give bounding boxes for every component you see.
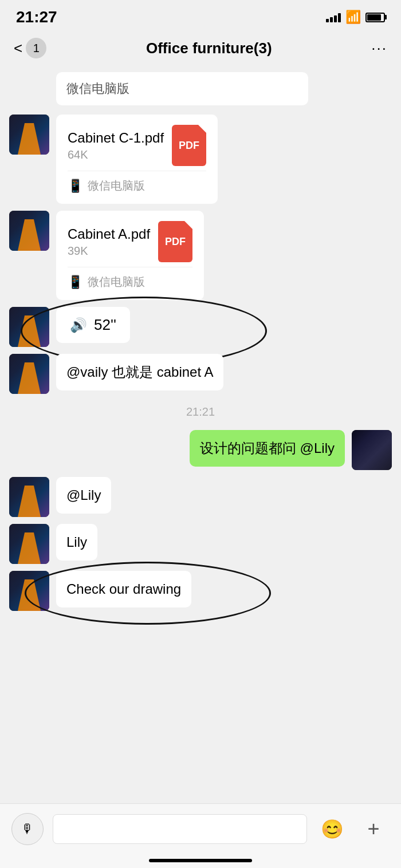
pdf-icon: PDF: [158, 221, 192, 262]
check-drawing-container: Check our drawing: [56, 571, 191, 607]
text-message[interactable]: @vaily 也就是 cabinet A: [56, 354, 223, 390]
avatar: [9, 211, 49, 251]
avatar: [9, 524, 49, 564]
file-header: Cabinet A.pdf 39K PDF: [68, 221, 192, 262]
back-arrow-icon: <: [14, 40, 22, 57]
back-badge: 1: [26, 38, 46, 58]
message-text: @Lily: [66, 487, 101, 503]
file-name: Cabinet A.pdf: [68, 226, 150, 242]
voice-button[interactable]: 🎙: [11, 813, 44, 845]
wechat-logo-icon: 📱: [68, 179, 83, 194]
status-icons: 📶: [326, 10, 385, 25]
pdf-icon: PDF: [172, 125, 206, 166]
file-size: 64K: [68, 148, 164, 161]
text-message[interactable]: 设计的问题都问 @Lily: [190, 430, 345, 467]
message-row: 设计的问题都问 @Lily: [9, 430, 392, 470]
message-row: @vaily 也就是 cabinet A: [9, 354, 392, 394]
file-name: Cabinet C-1.pdf: [68, 130, 164, 146]
timestamp: 21:21: [9, 401, 392, 423]
add-icon: +: [367, 817, 379, 841]
file-size: 39K: [68, 244, 150, 258]
back-button[interactable]: < 1: [14, 38, 46, 58]
file-message-cabinet-a[interactable]: Cabinet A.pdf 39K PDF 📱 微信电脑版: [56, 211, 204, 300]
message-row: Cabinet A.pdf 39K PDF 📱 微信电脑版: [9, 211, 392, 300]
truncated-message: 微信电脑版: [56, 72, 308, 105]
battery-icon: [365, 13, 385, 22]
voice-play-icon: 🔊: [70, 317, 87, 333]
file-source: 微信电脑版: [88, 274, 145, 290]
message-row: Check our drawing: [9, 571, 392, 611]
emoji-button[interactable]: 😊: [316, 813, 348, 845]
avatar: [9, 307, 49, 347]
message-row: @Lily: [9, 477, 392, 517]
status-bar: 21:27 📶: [0, 0, 401, 32]
chat-area: 微信电脑版 Cabinet C-1.pdf 64K PDF 📱 微信电脑版: [0, 66, 401, 708]
message-text: Lily: [66, 534, 87, 550]
voice-message-container: 🔊 52'': [56, 307, 130, 343]
message-text: Check our drawing: [66, 581, 181, 597]
text-message[interactable]: @Lily: [56, 477, 111, 514]
avatar: [9, 477, 49, 517]
status-time: 21:27: [16, 8, 57, 26]
message-row: Cabinet C-1.pdf 64K PDF 📱 微信电脑版: [9, 115, 392, 204]
message-text: 设计的问题都问 @Lily: [200, 440, 335, 456]
text-message[interactable]: Check our drawing: [56, 571, 191, 607]
truncated-text: 微信电脑版: [66, 81, 129, 96]
home-indicator: [149, 859, 252, 862]
voice-duration: 52'': [94, 316, 116, 334]
chat-title: Office furniture(3): [146, 40, 272, 57]
message-row: Lily: [9, 524, 392, 564]
message-text: @vaily 也就是 cabinet A: [66, 364, 213, 380]
avatar: [9, 354, 49, 394]
emoji-icon: 😊: [321, 818, 344, 840]
nav-bar: < 1 Office furniture(3) ···: [0, 32, 401, 66]
voice-record-icon: 🎙: [21, 822, 34, 837]
add-button[interactable]: +: [357, 813, 390, 845]
file-header: Cabinet C-1.pdf 64K PDF: [68, 125, 206, 166]
signal-icon: [326, 12, 341, 22]
avatar: [9, 115, 49, 155]
wifi-icon: 📶: [345, 10, 361, 25]
file-source: 微信电脑版: [88, 178, 145, 194]
wechat-logo-icon: 📱: [68, 275, 83, 290]
avatar-self: [352, 430, 392, 470]
more-icon[interactable]: ···: [371, 40, 387, 57]
file-message-cabinet-c1[interactable]: Cabinet C-1.pdf 64K PDF 📱 微信电脑版: [56, 115, 218, 204]
message-row: 🔊 52'': [9, 307, 392, 347]
voice-message[interactable]: 🔊 52'': [56, 307, 130, 343]
file-info: Cabinet A.pdf 39K: [68, 226, 150, 258]
file-footer: 📱 微信电脑版: [68, 267, 192, 290]
file-info: Cabinet C-1.pdf 64K: [68, 130, 164, 161]
avatar: [9, 571, 49, 611]
text-message[interactable]: Lily: [56, 524, 97, 561]
message-input[interactable]: [53, 814, 307, 844]
file-footer: 📱 微信电脑版: [68, 171, 206, 194]
